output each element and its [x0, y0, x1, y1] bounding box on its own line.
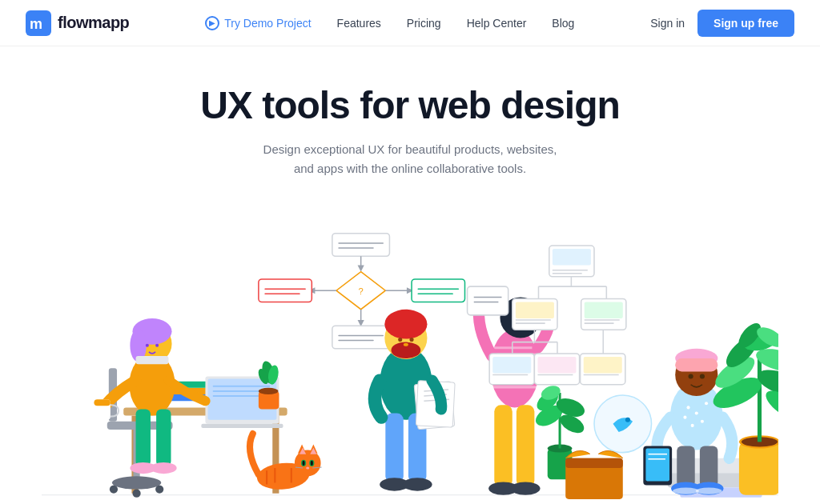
- svg-point-44: [295, 450, 321, 476]
- svg-rect-34: [94, 399, 110, 406]
- nav-link-features[interactable]: Features: [337, 17, 381, 30]
- svg-point-26: [146, 343, 149, 346]
- svg-rect-109: [468, 286, 508, 315]
- svg-rect-14: [201, 424, 283, 428]
- svg-point-21: [155, 485, 163, 493]
- svg-rect-136: [537, 357, 576, 373]
- illustration-svg: ?: [42, 204, 778, 504]
- svg-rect-165: [700, 446, 718, 486]
- svg-rect-56: [332, 233, 390, 256]
- svg-rect-176: [645, 448, 669, 481]
- nav-demo-link[interactable]: ▶ Try Demo Project: [205, 16, 311, 30]
- navbar: m flowmapp ▶ Try Demo Project Features P…: [0, 0, 820, 46]
- hero-title: UX tools for web design: [0, 85, 820, 127]
- svg-rect-120: [516, 302, 554, 318]
- svg-point-20: [132, 489, 140, 497]
- svg-point-84: [384, 310, 427, 339]
- svg-point-88: [404, 342, 408, 346]
- signup-button[interactable]: Sign up free: [697, 10, 794, 37]
- svg-rect-140: [584, 357, 622, 373]
- svg-point-86: [398, 338, 402, 342]
- svg-point-169: [696, 487, 722, 494]
- svg-rect-132: [492, 357, 531, 373]
- svg-rect-70: [412, 279, 464, 302]
- svg-point-27: [155, 343, 159, 346]
- svg-rect-30: [156, 409, 171, 466]
- logo-icon: m: [26, 10, 51, 36]
- svg-point-161: [683, 415, 686, 418]
- nav-link-help[interactable]: Help Center: [467, 17, 527, 30]
- svg-point-174: [700, 374, 705, 378]
- logo-text: flowmapp: [58, 14, 129, 32]
- svg-rect-75: [332, 326, 390, 349]
- svg-marker-60: [358, 265, 364, 271]
- demo-icon: ▶: [205, 16, 219, 30]
- svg-point-173: [689, 374, 693, 378]
- svg-point-160: [705, 402, 708, 405]
- svg-rect-79: [385, 413, 403, 482]
- svg-point-163: [691, 424, 694, 427]
- svg-rect-113: [553, 249, 591, 265]
- svg-rect-29: [136, 409, 151, 466]
- svg-point-143: [625, 417, 630, 422]
- svg-rect-65: [259, 279, 312, 302]
- svg-point-87: [409, 338, 413, 342]
- demo-label: Try Demo Project: [224, 17, 311, 30]
- svg-rect-179: [739, 442, 778, 494]
- svg-point-105: [511, 482, 541, 494]
- nav-center: ▶ Try Demo Project Features Pricing Help…: [205, 16, 574, 30]
- svg-rect-102: [494, 405, 512, 486]
- signin-button[interactable]: Sign in: [650, 17, 685, 30]
- svg-point-158: [687, 406, 690, 409]
- logo[interactable]: m flowmapp: [26, 10, 129, 36]
- svg-rect-125: [585, 302, 623, 318]
- hero-subtitle: Design exceptional UX for beautiful prod…: [258, 140, 562, 178]
- svg-point-162: [701, 420, 704, 423]
- svg-point-82: [403, 478, 432, 490]
- hero-illustration: ?: [0, 204, 820, 504]
- svg-point-186: [762, 386, 778, 425]
- svg-rect-103: [517, 405, 534, 486]
- svg-text:?: ?: [359, 286, 364, 296]
- svg-point-19: [110, 485, 118, 493]
- nav-right: Sign in Sign up free: [650, 10, 794, 37]
- svg-rect-153: [565, 458, 623, 468]
- nav-link-blog[interactable]: Blog: [552, 17, 574, 30]
- svg-text:m: m: [30, 16, 42, 32]
- svg-point-52: [311, 461, 313, 466]
- svg-rect-28: [136, 356, 169, 364]
- svg-point-18: [112, 476, 161, 489]
- svg-point-53: [306, 466, 309, 469]
- svg-rect-172: [675, 358, 718, 371]
- svg-point-51: [303, 461, 305, 466]
- svg-point-168: [673, 487, 699, 494]
- svg-rect-164: [677, 446, 694, 486]
- svg-point-159: [695, 411, 698, 414]
- svg-point-32: [151, 462, 177, 474]
- hero-section: UX tools for web design Design exception…: [0, 46, 820, 178]
- nav-link-pricing[interactable]: Pricing: [407, 17, 441, 30]
- svg-point-36: [259, 388, 279, 394]
